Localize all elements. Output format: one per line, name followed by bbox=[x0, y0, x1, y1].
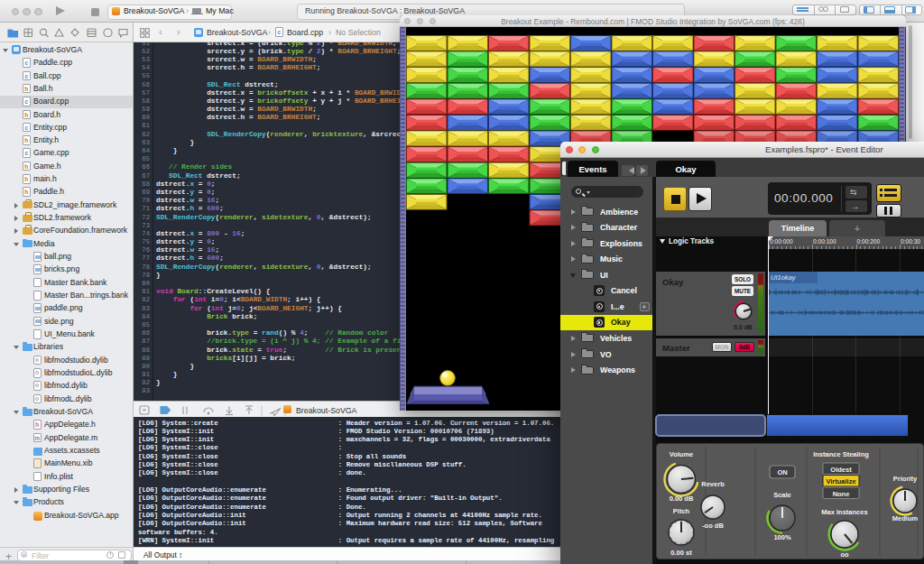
svg-text:0.00 st: 0.00 st bbox=[670, 549, 692, 557]
svg-text:Medium: Medium bbox=[892, 514, 919, 522]
svg-text:Pitch: Pitch bbox=[673, 507, 690, 515]
svg-text:Reverb: Reverb bbox=[701, 480, 725, 488]
svg-text:Volume: Volume bbox=[670, 450, 694, 458]
svg-text:oo: oo bbox=[840, 550, 849, 559]
svg-text:Oldest: Oldest bbox=[830, 466, 852, 474]
svg-text:100%: 100% bbox=[773, 533, 791, 541]
svg-text:Instance Stealing: Instance Stealing bbox=[813, 450, 869, 458]
svg-text:0.00 dB: 0.00 dB bbox=[670, 495, 694, 503]
svg-text:Max Instances: Max Instances bbox=[821, 508, 867, 516]
svg-text:Virtualize: Virtualize bbox=[826, 477, 855, 485]
svg-text:Scale: Scale bbox=[773, 491, 791, 499]
svg-text:-oo dB: -oo dB bbox=[702, 522, 724, 530]
svg-text:Priority: Priority bbox=[893, 475, 918, 483]
svg-text:ON: ON bbox=[777, 468, 787, 476]
svg-text:None: None bbox=[833, 490, 850, 498]
